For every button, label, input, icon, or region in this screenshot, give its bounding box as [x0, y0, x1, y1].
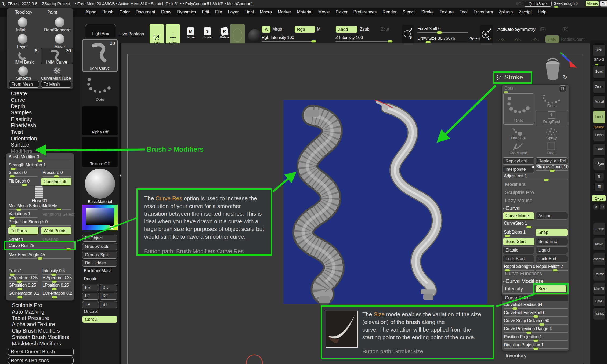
- strength-multiplier-slider[interactable]: Strength Multiplier 1: [9, 163, 71, 169]
- menu-zplugin[interactable]: Zplugin: [499, 10, 513, 14]
- stroke-section-curve[interactable]: Curve: [505, 205, 520, 211]
- section-elasticity[interactable]: Elasticity: [11, 116, 32, 122]
- curve-mode-button[interactable]: Curve Mode: [503, 212, 534, 220]
- activate-symmetry-toggle[interactable]: Activate Symmetry: [497, 27, 536, 32]
- alpha-slot[interactable]: [230, 24, 245, 46]
- strokes-count-slider[interactable]: Strokes Count 10: [536, 165, 568, 171]
- texture-tile[interactable]: Texture Off: [82, 137, 118, 167]
- section-samples[interactable]: Samples: [11, 110, 32, 116]
- section-auto-masking[interactable]: Auto Masking: [12, 309, 44, 315]
- radial-count-slider[interactable]: RadialCount: [561, 37, 585, 42]
- z-intensity-slider[interactable]: Z Intensity 100: [335, 35, 392, 42]
- lock-end-button[interactable]: Lock End: [536, 255, 568, 263]
- frame-button[interactable]: Frame: [593, 223, 605, 236]
- backface-mask-toggle[interactable]: BackfaceMask: [84, 268, 112, 273]
- shelf-rotl-icon[interactable]: ↺: [593, 204, 599, 210]
- menu-light[interactable]: Light: [245, 10, 254, 14]
- menu-color[interactable]: Color: [120, 10, 130, 14]
- max-bend-angle-slider[interactable]: Max Bend Angle 45: [9, 252, 71, 259]
- stroke-section-curve-functions[interactable]: Curve Functions: [505, 271, 542, 276]
- curve-falloff-header[interactable]: Curve Falloff: [502, 295, 568, 301]
- brush-thumb-curvemultitube[interactable]: CurveMultiTube: [41, 76, 71, 81]
- smooth-slider[interactable]: Smooth 0: [9, 170, 38, 177]
- stroke-type-rect[interactable]: Rect: [536, 142, 567, 156]
- g-orientation-slider[interactable]: GOrientation 0.2: [9, 291, 38, 297]
- tp-button[interactable]: TP: [82, 301, 99, 308]
- tilt-brush-slider[interactable]: Tilt Brush 0: [9, 179, 38, 185]
- stroke-type-dragdot[interactable]: DragDot: [503, 126, 533, 141]
- mrgb-toggle[interactable]: Mrgb: [272, 27, 282, 32]
- brush-thumb-imm-basic[interactable]: IMM Basic: [15, 60, 35, 65]
- replay-last-rel-button[interactable]: ReplayLastRel: [536, 157, 568, 165]
- intensity-slider[interactable]: Intensity 0.4: [42, 268, 71, 275]
- menu-edit[interactable]: Edit: [202, 10, 209, 14]
- position-projection-slider[interactable]: Position Projection 1: [504, 334, 568, 341]
- section-orientation[interactable]: Orientation: [11, 136, 37, 142]
- section-alpha-texture[interactable]: Alpha and Texture: [12, 321, 55, 327]
- sym-x-toggle[interactable]: >X<: [498, 37, 505, 42]
- zoom-button[interactable]: Zoom: [593, 81, 605, 93]
- groups-split-button[interactable]: Groups Split: [82, 252, 117, 259]
- color-sv-square[interactable]: [86, 208, 114, 225]
- intensity-mode-button[interactable]: Intensity: [505, 286, 523, 292]
- h-aperture-slider[interactable]: H Aperture 0.25: [42, 275, 71, 282]
- section-smooth-brush-modifiers[interactable]: Smooth Brush Modifiers: [12, 334, 69, 340]
- menu-help[interactable]: Help: [537, 10, 546, 14]
- menu-transform[interactable]: Transform: [474, 10, 493, 14]
- section-depth[interactable]: Depth: [11, 103, 25, 110]
- multimesh-right-slider[interactable]: MultiMe: [42, 203, 71, 210]
- zsub-toggle[interactable]: Zsub: [360, 27, 370, 32]
- menu-alpha[interactable]: Alpha: [85, 10, 96, 14]
- def-button[interactable]: Def: [600, 1, 607, 7]
- g-position-slider[interactable]: GPosition 0.25: [9, 283, 38, 289]
- menu-material[interactable]: Material: [297, 10, 312, 14]
- menu-texture[interactable]: Texture: [440, 10, 454, 14]
- reset-current-brush-button[interactable]: Reset Current Brush: [8, 348, 74, 356]
- menu-marker[interactable]: Marker: [278, 10, 291, 14]
- section-create[interactable]: Create: [11, 90, 27, 97]
- repel-strength-slider[interactable]: Repel Strength 0: [504, 264, 534, 271]
- lsym-button[interactable]: L.Sym: [593, 158, 605, 170]
- section-curve[interactable]: Curve: [11, 97, 25, 103]
- elastic-button[interactable]: Elastic: [503, 246, 534, 254]
- see-through-slider[interactable]: See-through 0: [554, 1, 578, 6]
- panel-refresh-icon[interactable]: ↻: [563, 74, 567, 80]
- quicksave-button[interactable]: QuickSave: [524, 1, 552, 7]
- hose01-thumbnail[interactable]: [35, 186, 43, 198]
- sym-m-toggle[interactable]: >M<: [545, 35, 559, 43]
- weld-points-button[interactable]: Weld Points: [41, 227, 71, 235]
- menu-document[interactable]: Document: [136, 10, 155, 14]
- menu-render[interactable]: Render: [382, 10, 396, 14]
- curve-snap-distance-slider[interactable]: Curve Snap Distance 60: [504, 318, 568, 325]
- scroll-button[interactable]: Scroll: [593, 65, 605, 78]
- floor-button[interactable]: Floor: [593, 143, 605, 156]
- once-z-toggle[interactable]: Once Z: [84, 309, 98, 314]
- menu-tool[interactable]: Tool: [460, 10, 467, 14]
- divider-collapse-icon[interactable]: [120, 174, 121, 177]
- spix-slider[interactable]: SPix 3: [592, 57, 606, 61]
- section-maskmesh-modifiers[interactable]: MaskMesh Modifiers: [12, 341, 61, 347]
- stroke-type-spray[interactable]: Spray: [536, 126, 567, 141]
- alpha-tile[interactable]: Alpha Off: [82, 106, 118, 135]
- section-tablet-pressure[interactable]: Tablet Pressure: [12, 315, 49, 321]
- trails-slider[interactable]: Trails 1: [9, 268, 38, 275]
- menu-layer[interactable]: Layer: [228, 10, 239, 14]
- l-orientation-slider[interactable]: LOrientation 0.2: [42, 291, 71, 297]
- rotate-mode-button[interactable]: R Rotate: [219, 27, 230, 39]
- dynamic-draw-icon[interactable]: D: [480, 25, 493, 46]
- repel-falloff-slider[interactable]: Repel Falloff 2: [536, 264, 568, 271]
- stroke-type-dots-large[interactable]: Dots: [503, 93, 534, 125]
- draw-mode-button[interactable]: Draw: [165, 24, 180, 46]
- color-swatch[interactable]: [110, 225, 113, 229]
- replay-last-button[interactable]: ReplayLast: [503, 157, 534, 165]
- stroke-type-dragrect[interactable]: DragRect: [536, 110, 568, 125]
- fr-button[interactable]: FR: [82, 284, 99, 291]
- to-mesh-button[interactable]: To Mesh: [41, 81, 71, 88]
- section-twist[interactable]: Twist: [11, 129, 23, 135]
- curve-projection-range-slider[interactable]: Curve Projection Range 4: [504, 326, 568, 333]
- shelf-rotr-icon[interactable]: ↻: [599, 204, 605, 210]
- snap-button[interactable]: Snap: [536, 229, 568, 236]
- material-tile[interactable]: [85, 169, 115, 199]
- section-fibermesh[interactable]: FiberMesh: [11, 122, 36, 129]
- menu-dynamics[interactable]: Dynamics: [177, 10, 196, 14]
